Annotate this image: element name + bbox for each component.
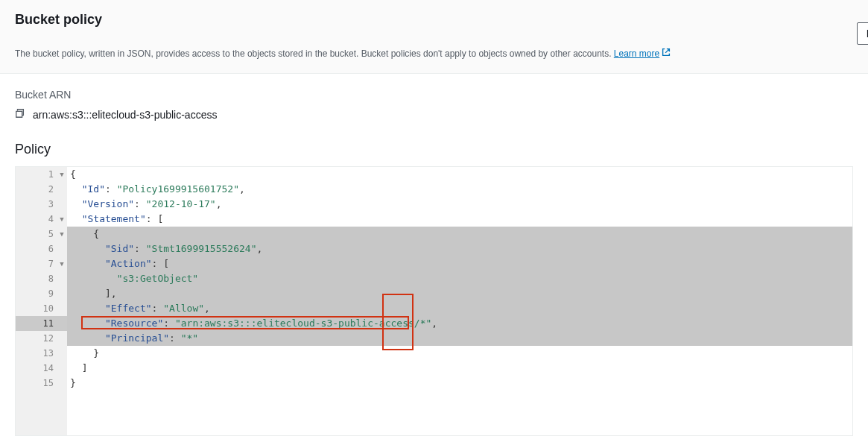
copy-icon[interactable] — [15, 108, 25, 121]
fold-arrow[interactable]: ▼ — [57, 256, 67, 271]
line-number: 10 — [16, 301, 57, 316]
code-line[interactable]: 5▼ { — [16, 227, 852, 241]
line-number: 3 — [16, 197, 57, 212]
fold-arrow — [57, 331, 67, 346]
external-link-icon — [661, 47, 671, 61]
fold-arrow[interactable]: ▼ — [57, 227, 67, 241]
code-content[interactable]: ], — [67, 286, 852, 301]
content-section: Bucket ARN arn:aws:s3:::elitecloud-s3-pu… — [0, 74, 868, 442]
description-content: The bucket policy, written in JSON, prov… — [15, 48, 614, 59]
code-line[interactable]: 8 "s3:GetObject" — [16, 271, 852, 286]
line-number: 9 — [16, 286, 57, 301]
code-line[interactable]: 1▼{ — [16, 167, 852, 182]
line-number: 13 — [16, 346, 57, 361]
fold-arrow — [57, 197, 67, 212]
arn-value: arn:aws:s3:::elitecloud-s3-public-access — [33, 109, 217, 121]
arn-row: arn:aws:s3:::elitecloud-s3-public-access — [15, 108, 853, 121]
code-line[interactable]: 7▼ "Action": [ — [16, 256, 852, 271]
line-number: 12 — [16, 331, 57, 346]
code-content[interactable]: ] — [67, 361, 852, 376]
learn-more-link[interactable]: Learn more — [614, 48, 671, 59]
fold-arrow — [57, 182, 67, 197]
code-line[interactable]: 14 ] — [16, 361, 852, 376]
code-line[interactable]: 15} — [16, 376, 852, 391]
code-content[interactable]: "Version": "2012-10-17", — [67, 197, 852, 212]
code-line[interactable]: 9 ], — [16, 286, 852, 301]
code-line[interactable]: 12 "Principal": "*" — [16, 331, 852, 346]
fold-arrow — [57, 376, 67, 391]
fold-arrow — [57, 286, 67, 301]
code-line[interactable]: 4▼ "Statement": [ — [16, 212, 852, 227]
fold-arrow[interactable]: ▼ — [57, 167, 67, 182]
code-line[interactable]: 11 "Resource": "arn:aws:s3:::elitecloud-… — [16, 316, 852, 331]
description-text: The bucket policy, written in JSON, prov… — [15, 47, 853, 61]
code-content[interactable]: } — [67, 346, 852, 361]
page-title: Bucket policy — [15, 12, 853, 28]
code-content[interactable]: "Id": "Policy1699915601752", — [67, 182, 852, 197]
code-content[interactable]: "s3:GetObject" — [67, 271, 852, 286]
code-content[interactable]: "Principal": "*" — [67, 331, 852, 346]
code-line[interactable]: 13 } — [16, 346, 852, 361]
fold-arrow — [57, 271, 67, 286]
fold-arrow[interactable]: ▼ — [57, 212, 67, 227]
code-content[interactable]: "Statement": [ — [67, 212, 852, 227]
code-content[interactable]: "Sid": "Stmt1699915552624", — [67, 241, 852, 256]
line-number: 1 — [16, 167, 57, 182]
line-number: 7 — [16, 256, 57, 271]
code-content[interactable]: "Action": [ — [67, 256, 852, 271]
code-line[interactable]: 2 "Id": "Policy1699915601752", — [16, 182, 852, 197]
line-number: 11 — [16, 316, 57, 331]
header-action-button[interactable]: P — [857, 22, 868, 45]
line-number: 2 — [16, 182, 57, 197]
line-number: 14 — [16, 361, 57, 376]
line-number: 6 — [16, 241, 57, 256]
bucket-arn-label: Bucket ARN — [15, 89, 853, 101]
fold-arrow — [57, 346, 67, 361]
fold-arrow — [57, 316, 67, 331]
policy-label: Policy — [15, 142, 853, 157]
code-line[interactable]: 6 "Sid": "Stmt1699915552624", — [16, 241, 852, 256]
code-content[interactable]: { — [67, 167, 852, 182]
policy-editor[interactable]: 1▼{2 "Id": "Policy1699915601752",3 "Vers… — [15, 166, 853, 436]
code-line[interactable]: 10 "Effect": "Allow", — [16, 301, 852, 316]
code-content[interactable]: { — [67, 227, 852, 241]
line-number: 15 — [16, 376, 57, 391]
fold-arrow — [57, 241, 67, 256]
code-content[interactable]: "Effect": "Allow", — [67, 301, 852, 316]
code-line[interactable]: 3 "Version": "2012-10-17", — [16, 197, 852, 212]
line-number: 8 — [16, 271, 57, 286]
fold-arrow — [57, 361, 67, 376]
header-section: Bucket policy The bucket policy, written… — [0, 0, 868, 74]
code-content[interactable]: "Resource": "arn:aws:s3:::elitecloud-s3-… — [67, 316, 852, 331]
line-number: 4 — [16, 212, 57, 227]
code-content[interactable]: } — [67, 376, 852, 391]
line-number: 5 — [16, 227, 57, 241]
fold-arrow — [57, 301, 67, 316]
